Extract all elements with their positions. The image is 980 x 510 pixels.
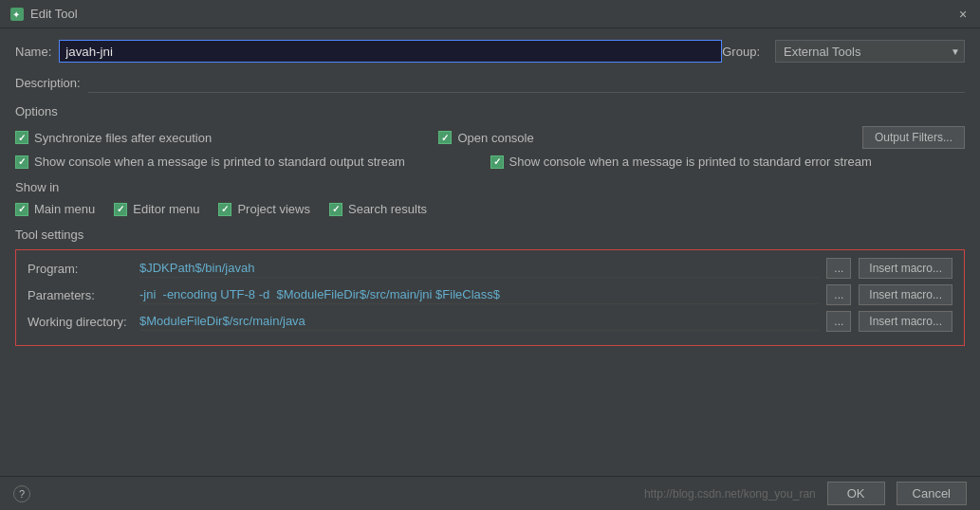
- parameters-insert-macro-button[interactable]: Insert macro...: [859, 284, 952, 305]
- options-title: Options: [15, 104, 965, 118]
- program-input[interactable]: [139, 259, 819, 277]
- bottom-bar: ? http://blog.csdn.net/kong_you_ran OK C…: [0, 476, 980, 510]
- main-menu-checkbox[interactable]: ✓ Main menu: [15, 202, 95, 216]
- cancel-button[interactable]: Cancel: [897, 482, 967, 505]
- project-views-checkbox[interactable]: ✓ Project views: [218, 202, 310, 216]
- tool-icon: ✦: [9, 7, 25, 22]
- description-label: Description:: [15, 76, 81, 90]
- tool-settings-section: Program: ... Insert macro... Parameters:…: [15, 249, 965, 346]
- group-label: Group:: [722, 45, 760, 59]
- svg-text:✦: ✦: [12, 9, 20, 20]
- sync-files-checkbox[interactable]: ✓ Synchronize files after execution: [15, 131, 438, 145]
- working-dir-input[interactable]: [139, 312, 819, 330]
- show-console-stderr-checkbox[interactable]: ✓ Show console when a message is printed…: [490, 155, 966, 169]
- search-results-label: Search results: [348, 202, 427, 216]
- editor-menu-checkbox[interactable]: ✓ Editor menu: [114, 202, 199, 216]
- group-select[interactable]: External Tools ▼: [775, 40, 965, 63]
- open-console-checkbox[interactable]: ✓ Open console: [438, 131, 861, 145]
- title-text: Edit Tool: [30, 7, 78, 21]
- show-console-stderr-label: Show console when a message is printed t…: [509, 155, 872, 169]
- working-dir-label: Working directory:: [28, 315, 132, 329]
- title-bar: ✦ Edit Tool ×: [0, 0, 980, 28]
- program-dots-button[interactable]: ...: [826, 258, 851, 279]
- working-dir-dots-button[interactable]: ...: [826, 311, 851, 332]
- open-console-label: Open console: [457, 131, 533, 145]
- ok-button[interactable]: OK: [827, 482, 885, 505]
- tool-settings-title: Tool settings: [15, 228, 965, 242]
- parameters-dots-button[interactable]: ...: [826, 284, 851, 305]
- program-insert-macro-button[interactable]: Insert macro...: [859, 258, 952, 279]
- show-console-stdout-label: Show console when a message is printed t…: [34, 155, 405, 169]
- close-button[interactable]: ×: [955, 7, 971, 22]
- parameters-input[interactable]: [139, 285, 819, 303]
- watermark-text: http://blog.csdn.net/kong_you_ran: [644, 487, 816, 501]
- output-filters-button[interactable]: Output Filters...: [862, 126, 965, 149]
- project-views-label: Project views: [237, 202, 310, 216]
- help-icon[interactable]: ?: [13, 485, 30, 502]
- sync-files-label: Synchronize files after execution: [34, 131, 212, 145]
- working-dir-insert-macro-button[interactable]: Insert macro...: [859, 311, 952, 332]
- parameters-label: Parameters:: [28, 288, 132, 302]
- search-results-checkbox[interactable]: ✓ Search results: [329, 202, 427, 216]
- main-menu-label: Main menu: [34, 202, 95, 216]
- program-label: Program:: [28, 262, 132, 276]
- show-in-title: Show in: [15, 180, 965, 194]
- editor-menu-label: Editor menu: [133, 202, 199, 216]
- show-console-stdout-checkbox[interactable]: ✓ Show console when a message is printed…: [15, 155, 490, 169]
- group-dropdown-arrow: ▼: [951, 46, 960, 57]
- description-input[interactable]: [88, 72, 965, 93]
- name-input[interactable]: [59, 40, 722, 63]
- group-select-value: External Tools: [784, 45, 951, 59]
- name-label: Name:: [15, 45, 51, 59]
